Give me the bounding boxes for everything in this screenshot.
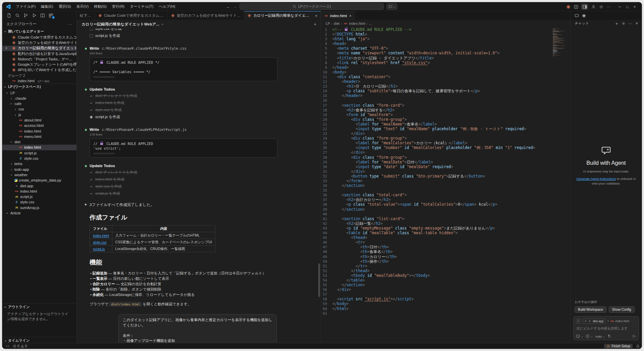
maximize-button[interactable]: □ bbox=[624, 5, 631, 9]
suggested-action-button[interactable]: Show Config bbox=[609, 306, 635, 313]
chat-input-box[interactable]: このダイエット記録アプリに、画像から食事内容と推定カロリーを表示する機能を追加し… bbox=[118, 314, 277, 343]
agent-chat-composer[interactable]: ×≡diet.app+<>index.html 次にビルドする内容を説明します … bbox=[573, 316, 639, 340]
add-chip-icon[interactable]: + bbox=[607, 319, 609, 323]
open-editor-item[interactable]: 配列の合計値を計算するJavaScript関数を... bbox=[2, 51, 76, 56]
menu-item[interactable]: ターミナル(T) bbox=[127, 3, 156, 10]
layout-more-icon[interactable]: ··· bbox=[606, 5, 611, 9]
menu-item[interactable]: 編集(E) bbox=[38, 3, 56, 10]
chat-input-placeholder[interactable]: 次にビルドする内容を説明します bbox=[577, 326, 636, 331]
model-picker[interactable]: Auto bbox=[595, 335, 602, 338]
tree-item-about.html[interactable]: <>about.html bbox=[2, 117, 76, 123]
send-icon[interactable] bbox=[632, 334, 636, 338]
close-button[interactable]: × bbox=[631, 5, 638, 9]
context-chip[interactable]: ×≡diet.app bbox=[583, 318, 605, 324]
chat-tab[interactable]: 紀下に... bbox=[77, 11, 95, 20]
open-editor-item[interactable]: APIを叩いてWebサイトを作成したい bbox=[2, 67, 76, 73]
tree-item-diet.app[interactable]: ≡diet.app bbox=[2, 183, 76, 188]
account-icon[interactable] bbox=[591, 4, 596, 9]
toggle-secondary-sidebar-icon[interactable] bbox=[581, 4, 588, 10]
tree-item-css[interactable]: ›css bbox=[2, 106, 76, 112]
new-session-icon[interactable]: ＋ bbox=[313, 21, 317, 27]
remote-indicator-icon[interactable] bbox=[6, 344, 9, 348]
source-control-icon[interactable] bbox=[23, 13, 28, 18]
file-link[interactable]: script.js bbox=[90, 246, 112, 252]
notifications-bell-icon[interactable] bbox=[636, 344, 640, 348]
tree-item-access.html[interactable]: <>access.html bbox=[2, 123, 76, 128]
tree-item-cafe[interactable]: ›cafe bbox=[2, 101, 76, 106]
chat-view-icon[interactable] bbox=[575, 13, 579, 18]
claude-icon[interactable] bbox=[566, 4, 571, 9]
workspace-header[interactable]: ›LP (ワークスペース) bbox=[2, 84, 76, 90]
run-debug-icon[interactable] bbox=[32, 13, 37, 18]
chat-tab[interactable]: 架空のカフェを紹介するWebサイトを作成してくだ... bbox=[168, 11, 244, 20]
agent-target-icon[interactable] bbox=[576, 334, 580, 338]
tree-item-.claude[interactable]: ›.claude bbox=[2, 96, 76, 101]
open-editor-item[interactable]: <>index.htmlLP • diet bbox=[2, 78, 76, 84]
claude-view-icon[interactable] bbox=[582, 13, 586, 18]
remote-explorer-icon[interactable] bbox=[40, 13, 45, 18]
tree-item-todo-app[interactable]: ›todo-app bbox=[2, 167, 76, 172]
outline-header[interactable]: ›アウトライン bbox=[2, 304, 76, 310]
chat-tab[interactable]: カロリー記録用の簡単なダイエットWebアプリを作...× bbox=[244, 11, 321, 20]
tree-item-menu.html[interactable]: <>menu.html bbox=[2, 134, 76, 139]
remove-chip-icon[interactable]: × bbox=[585, 319, 586, 323]
model-info-icon[interactable] bbox=[586, 334, 590, 338]
tree-item-index.html[interactable]: <>index.html bbox=[2, 189, 76, 194]
tree-item-js[interactable]: ›js bbox=[2, 112, 76, 117]
finish-setup-button[interactable]: Finish Setup bbox=[604, 344, 633, 348]
tree-item-script.js[interactable]: JSscript.js bbox=[2, 194, 76, 199]
open-editor-item[interactable]: 架空のカフェを紹介するWebサイトを作成してく... bbox=[2, 40, 76, 45]
tab-close-icon[interactable]: × bbox=[349, 14, 351, 18]
nav-forward-icon[interactable]: → bbox=[233, 4, 237, 9]
minimap[interactable] bbox=[553, 29, 566, 57]
tree-item-create_employee_data.py[interactable]: create_employee_data.py bbox=[2, 178, 76, 183]
tree-item-style.css[interactable]: #style.css bbox=[2, 156, 76, 161]
breadcrumb-item[interactable]: ... bbox=[369, 21, 372, 26]
minimize-button[interactable]: ─ bbox=[616, 5, 624, 9]
explorer-actions-icon[interactable]: ··· bbox=[68, 22, 72, 26]
nav-back-icon[interactable]: ← bbox=[226, 4, 230, 9]
tree-item-style.css[interactable]: #style.css bbox=[2, 199, 76, 205]
tree-item-LP[interactable]: ›LP bbox=[2, 90, 76, 95]
tree-item-weather[interactable]: ›weather bbox=[2, 172, 76, 178]
search-icon[interactable] bbox=[15, 13, 20, 18]
tab-index-html[interactable]: <> index.html × bbox=[321, 11, 355, 20]
breadcrumb[interactable]: LP›diet›<>index.html›... bbox=[321, 20, 570, 27]
open-editor-item[interactable]: Notionの「Project Tasks」デー... bbox=[2, 56, 76, 62]
new-chat-icon[interactable]: ＋ bbox=[614, 21, 619, 26]
chat-tab[interactable]: Claude Codeで使用するカスタムコマンド... bbox=[95, 11, 168, 20]
open-editor-item[interactable]: GoogleスプレッドシートのAPIを呼び出して... bbox=[2, 62, 76, 67]
close-editor-icon[interactable]: × bbox=[5, 46, 7, 50]
context-chip[interactable]: +<>index.html bbox=[607, 318, 631, 324]
breadcrumb-item[interactable]: index.html bbox=[349, 21, 365, 26]
menu-item[interactable]: ヘルプ(H) bbox=[156, 3, 178, 10]
open-editors-header[interactable]: ›開いているエディター bbox=[2, 28, 76, 35]
menu-item[interactable]: 移動(G) bbox=[91, 3, 109, 10]
code-area[interactable]: 1<!-- CLAUDE.md RULE APPLIED -->2<!DOCTY… bbox=[321, 27, 570, 343]
chat-more-icon[interactable]: ··· bbox=[628, 21, 632, 26]
generate-agent-instructions-link[interactable]: Generate Agent Instructions bbox=[577, 177, 616, 181]
tab-close-icon[interactable]: × bbox=[315, 14, 317, 18]
tree-item-tetris[interactable]: ›tetris bbox=[2, 161, 76, 166]
copilot-menu-button[interactable]: ⌄ bbox=[386, 3, 397, 10]
file-link[interactable]: style.css bbox=[90, 239, 112, 246]
chat-session-header[interactable]: カロリー記録用の簡単なダイエットWebア...› ＋ bbox=[77, 20, 321, 29]
open-editor-item[interactable]: Claude Codeで使用するカスタムコマンド... bbox=[2, 35, 76, 40]
split-editor-icon[interactable] bbox=[574, 4, 578, 9]
chat-settings-icon[interactable] bbox=[621, 21, 626, 26]
settings-gear-icon[interactable] bbox=[599, 4, 603, 9]
breadcrumb-item[interactable]: LP bbox=[326, 21, 330, 26]
tree-item-index.html[interactable]: <>index.html bbox=[2, 145, 76, 150]
extensions-icon[interactable]: 1 bbox=[49, 13, 53, 18]
attach-context-icon[interactable] bbox=[576, 319, 581, 324]
tree-item-sumArray.js[interactable]: JSsumArray.js bbox=[2, 205, 76, 210]
menu-item[interactable]: 表示(V) bbox=[73, 3, 91, 10]
menu-item[interactable]: ファイル(F) bbox=[13, 3, 38, 10]
problems-indicator[interactable]: 0 0 bbox=[13, 344, 27, 348]
tools-icon[interactable] bbox=[607, 334, 611, 338]
chat-scrollbar[interactable] bbox=[318, 263, 320, 297]
tree-item-diet[interactable]: ›diet bbox=[2, 139, 76, 145]
suggested-action-button[interactable]: Build Workspace bbox=[575, 306, 606, 313]
open-editor-item[interactable]: ×カロリー記録用の簡単なダイエットWebアプリを... bbox=[2, 46, 76, 51]
breadcrumb-item[interactable]: diet bbox=[334, 21, 339, 26]
